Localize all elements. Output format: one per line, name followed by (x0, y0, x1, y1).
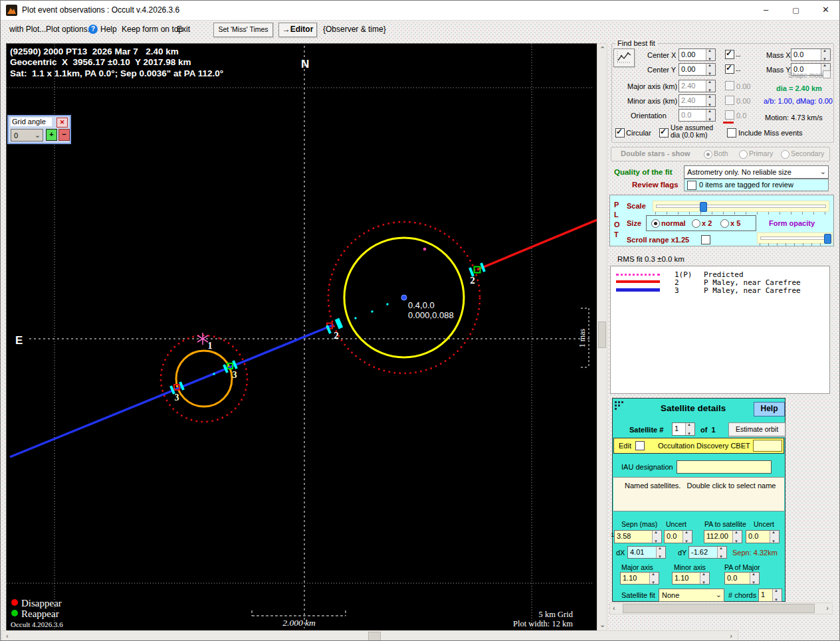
spinner-arrows-icon[interactable] (685, 423, 694, 435)
major-axis-checkbox[interactable] (725, 81, 734, 90)
plot-horizontal-scrollbar[interactable]: ‹ › (1, 630, 738, 641)
spinner-arrows-icon[interactable] (750, 573, 759, 584)
menu-with-plot[interactable]: with Plot... (9, 25, 46, 34)
size-x2-radio[interactable] (692, 219, 700, 228)
sat-pa-major-spinner[interactable]: 0.0 (724, 572, 760, 585)
satellite-scroll-thumb[interactable] (623, 604, 815, 613)
include-miss-checkbox[interactable] (727, 128, 736, 137)
center-x-checkbox[interactable] (725, 50, 734, 59)
scroll-down-icon[interactable]: ⌄ (599, 621, 605, 628)
minor-axis-spinner[interactable]: 2.40 (679, 94, 716, 107)
center-x-dashes: -- (736, 51, 740, 59)
grid-angle-close-icon[interactable]: ✕ (56, 118, 68, 128)
iau-designation-input[interactable] (677, 460, 772, 474)
satellite-panel-scrollbar[interactable]: ‹ › (609, 602, 833, 614)
menu-help[interactable]: Help (100, 25, 117, 34)
spinner-arrows-icon[interactable] (772, 589, 782, 601)
plot-canvas[interactable]: 2 2 3 3 1 (6, 43, 597, 631)
satellite-num-spinner[interactable]: 1 (672, 422, 695, 436)
plot-vscroll-thumb[interactable] (598, 321, 606, 348)
dy-spinner[interactable]: -1.62 (688, 546, 727, 559)
spinner-arrows-icon[interactable] (706, 80, 715, 92)
spinner-arrows-icon[interactable] (706, 95, 715, 106)
maximize-button-icon[interactable]: ▢ (781, 1, 811, 19)
spinner-arrows-icon[interactable] (717, 547, 726, 558)
spinner-arrows-icon[interactable] (649, 573, 659, 584)
pa-spinner[interactable]: 112.00 (704, 530, 742, 543)
scroll-up-icon[interactable]: ⌃ (599, 46, 605, 53)
pa-uncert-spinner[interactable]: 0.0 (746, 530, 780, 543)
double-primary-radio[interactable] (739, 150, 748, 159)
size-x5-radio[interactable] (720, 219, 729, 228)
spinner-arrows-icon[interactable] (770, 531, 779, 543)
sat-major-spinner[interactable]: 1.10 (620, 572, 659, 585)
form-opacity-slider[interactable] (757, 232, 833, 244)
grid-angle-plus-button[interactable]: + (46, 129, 57, 141)
predicted-label: 1 (208, 341, 213, 351)
spinner-arrows-icon[interactable] (706, 110, 715, 121)
scale-slider-thumb[interactable] (700, 202, 707, 212)
center-y-dashes: -- (736, 66, 740, 74)
mas-scale-label: 1 mas (578, 329, 587, 348)
scroll-range-checkbox[interactable] (701, 235, 710, 244)
plot-vertical-scrollbar[interactable]: ⌃ ⌄ (597, 43, 607, 631)
dx-spinner[interactable]: 4.01 (627, 546, 666, 559)
plot-hscroll-thumb[interactable] (368, 632, 381, 641)
chords-spinner[interactable]: 1 (758, 589, 782, 602)
set-miss-times-button[interactable]: Set 'Miss' Times (213, 23, 273, 37)
menu-keep-on-top[interactable]: Keep form on top (122, 25, 183, 34)
spinner-arrows-icon[interactable] (656, 547, 665, 558)
sepn-uncert-spinner[interactable]: 0.0 (664, 530, 692, 543)
scroll-right-icon[interactable]: › (826, 604, 829, 612)
chord-2-disappear-marker: 2 (327, 319, 341, 341)
orientation-spinner[interactable]: 0.0 (679, 109, 716, 122)
mass-x-spinner[interactable]: 0.0 (791, 48, 831, 61)
double-both-radio[interactable] (704, 150, 712, 159)
drag-handle-icon[interactable] (615, 401, 624, 411)
menu-plot-options[interactable]: Plot options... (46, 25, 94, 34)
form-opacity-slider-thumb[interactable] (824, 234, 831, 244)
spinner-arrows-icon[interactable] (821, 49, 830, 60)
double-secondary-label: Secondary (791, 150, 824, 158)
satellite-fit-select[interactable]: None ⌄ (659, 589, 724, 602)
grid-angle-minus-button[interactable]: − (58, 129, 70, 141)
satellite-help-button[interactable]: Help (754, 402, 785, 416)
ab-dmag-label: a/b: 1.00, dMag: 0.00 (764, 97, 833, 105)
menu-exit[interactable]: Exit (177, 25, 190, 34)
spinner-arrows-icon[interactable] (706, 64, 715, 75)
orientation-checkbox[interactable] (725, 110, 734, 120)
scale-slider[interactable] (653, 201, 829, 212)
spinner-arrows-icon[interactable] (682, 531, 692, 543)
minimize-button-icon[interactable]: – (751, 1, 781, 19)
circular-checkbox[interactable] (615, 128, 625, 137)
double-secondary-radio[interactable] (781, 150, 789, 159)
use-assumed-checkbox[interactable] (659, 128, 669, 137)
minor-axis-checkbox[interactable] (725, 96, 734, 105)
edit-checkbox[interactable] (635, 441, 645, 450)
center-x-spinner[interactable]: 0.00 (679, 48, 716, 61)
center-y-checkbox[interactable] (725, 64, 734, 74)
editor-button[interactable]: →Editor (278, 23, 317, 37)
scroll-right-icon[interactable]: › (730, 632, 732, 640)
cbet-input[interactable] (753, 440, 782, 452)
spinner-arrows-icon[interactable] (652, 531, 661, 543)
estimate-orbit-button[interactable]: Estimate orbit (728, 422, 786, 436)
scroll-left-icon[interactable]: ‹ (613, 604, 615, 612)
named-satellites-box[interactable]: Named satellites. Double click to select… (613, 477, 784, 511)
spinner-arrows-icon[interactable] (700, 573, 709, 584)
spinner-arrows-icon[interactable] (706, 49, 715, 60)
sat-minor-spinner[interactable]: 1.10 (672, 572, 710, 585)
shape-model-checkbox[interactable] (823, 70, 831, 78)
grid-angle-select[interactable]: 0 ⌄ (11, 129, 43, 141)
best-fit-graph-button[interactable] (613, 48, 635, 67)
sepn-spinner[interactable]: 3.58 (614, 530, 662, 543)
help-icon[interactable]: ? (88, 25, 98, 34)
center-y-spinner[interactable]: 0.00 (679, 63, 716, 76)
size-normal-radio[interactable] (651, 219, 660, 228)
spinner-arrows-icon[interactable] (732, 531, 742, 543)
review-flags-checkbox[interactable] (687, 181, 696, 190)
quality-select[interactable]: Astrometry only. No reliable size ⌄ (684, 165, 829, 179)
scroll-left-icon[interactable]: ‹ (6, 632, 9, 640)
major-axis-spinner[interactable]: 2.40 (679, 80, 716, 92)
close-button-icon[interactable]: ✕ (811, 1, 840, 19)
